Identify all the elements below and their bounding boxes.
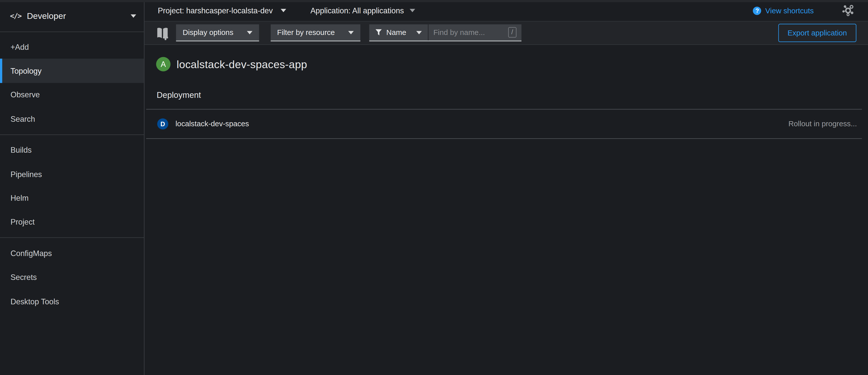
filter-by-resource-dropdown[interactable]: Filter by resource xyxy=(271,24,361,41)
topology-view-icon[interactable] xyxy=(841,3,855,18)
sidebar: </> Developer +Add Topology Observe Sear… xyxy=(0,0,145,375)
sidebar-item-search[interactable]: Search xyxy=(0,107,144,131)
display-options-label: Display options xyxy=(183,28,233,36)
slash-key-hint: / xyxy=(508,27,516,38)
main-area: Project: harshcasper-localsta-dev Applic… xyxy=(145,0,868,375)
context-bar: Project: harshcasper-localsta-dev Applic… xyxy=(145,0,868,22)
chevron-down-icon xyxy=(281,9,286,12)
filter-icon xyxy=(375,29,382,36)
application-menu-label: Application: All applications xyxy=(310,6,404,15)
sidebar-item-add[interactable]: +Add xyxy=(0,35,144,59)
sidebar-item-label: Helm xyxy=(10,194,29,202)
sidebar-item-label: Secrets xyxy=(10,273,37,282)
sidebar-item-label: Desktop Tools xyxy=(10,297,59,306)
filter-by-resource-label: Filter by resource xyxy=(277,28,335,36)
sidebar-nav: +Add Topology Observe Search Builds Pipe… xyxy=(0,32,144,313)
project-menu[interactable]: Project: harshcasper-localsta-dev xyxy=(158,6,286,15)
context-bar-right: ? View shortcuts xyxy=(753,3,868,18)
sidebar-item-observe[interactable]: Observe xyxy=(0,83,144,107)
deployment-badge: D xyxy=(157,118,168,129)
chevron-down-icon xyxy=(416,31,422,34)
application-name: localstack-dev-spaces-app xyxy=(177,58,307,71)
sidebar-item-label: Project xyxy=(10,217,35,226)
resource-kind-heading: Deployment xyxy=(157,90,868,100)
resource-list: D localstack-dev-spaces Rollout in progr… xyxy=(146,109,862,139)
perspective-switcher[interactable]: </> Developer xyxy=(0,0,144,32)
deployment-row[interactable]: D localstack-dev-spaces Rollout in progr… xyxy=(146,109,862,139)
chevron-down-icon xyxy=(348,31,353,34)
sidebar-item-label: +Add xyxy=(10,42,29,51)
name-filter-dropdown[interactable]: Name xyxy=(369,24,428,40)
chevron-down-icon xyxy=(409,9,415,12)
sidebar-item-configmaps[interactable]: ConfigMaps xyxy=(0,241,144,265)
application-badge: A xyxy=(156,57,170,71)
name-filter-group: Name / xyxy=(369,24,522,41)
sidebar-item-label: Builds xyxy=(10,146,32,155)
application-menu[interactable]: Application: All applications xyxy=(310,6,415,15)
sidebar-item-label: Search xyxy=(10,114,35,123)
rollout-status: Rollout in progress... xyxy=(788,120,857,128)
view-shortcuts-label: View shortcuts xyxy=(765,6,814,14)
sidebar-item-helm[interactable]: Helm xyxy=(0,186,144,210)
code-icon: </> xyxy=(10,11,21,20)
chevron-down-icon xyxy=(247,31,252,34)
sidebar-item-label: Pipelines xyxy=(10,170,42,178)
sidebar-divider xyxy=(0,237,144,238)
sidebar-item-label: Topology xyxy=(10,66,41,75)
deployment-name[interactable]: localstack-dev-spaces xyxy=(176,120,249,128)
export-application-button[interactable]: Export application xyxy=(778,24,857,42)
topology-list-view: A localstack-dev-spaces-app Deployment D… xyxy=(145,57,868,139)
sidebar-item-label: Observe xyxy=(10,91,40,99)
quick-add-guide-icon[interactable] xyxy=(156,26,169,40)
display-options-dropdown[interactable]: Display options xyxy=(176,24,259,41)
find-by-name-input[interactable] xyxy=(433,28,506,36)
sidebar-item-builds[interactable]: Builds xyxy=(0,138,144,162)
sidebar-divider xyxy=(0,134,144,135)
topology-toolbar: Display options Filter by resource Name xyxy=(145,22,868,45)
sidebar-item-label: ConfigMaps xyxy=(10,249,52,258)
help-icon: ? xyxy=(753,6,761,14)
view-shortcuts-link[interactable]: ? View shortcuts xyxy=(753,6,814,14)
window-top-edge xyxy=(0,0,868,2)
sidebar-item-pipelines[interactable]: Pipelines xyxy=(0,162,144,186)
sidebar-item-project[interactable]: Project xyxy=(0,210,144,234)
sidebar-item-desktop-tools[interactable]: Desktop Tools xyxy=(0,289,144,313)
find-by-name-wrapper: / xyxy=(428,24,522,40)
application-group-header[interactable]: A localstack-dev-spaces-app xyxy=(156,57,868,71)
name-filter-label: Name xyxy=(386,28,406,36)
perspective-label: Developer xyxy=(27,11,131,21)
sidebar-item-topology[interactable]: Topology xyxy=(0,59,144,83)
openshift-console: </> Developer +Add Topology Observe Sear… xyxy=(0,0,868,375)
sidebar-item-secrets[interactable]: Secrets xyxy=(0,265,144,289)
project-menu-label: Project: harshcasper-localsta-dev xyxy=(158,6,273,15)
chevron-down-icon xyxy=(131,14,136,18)
